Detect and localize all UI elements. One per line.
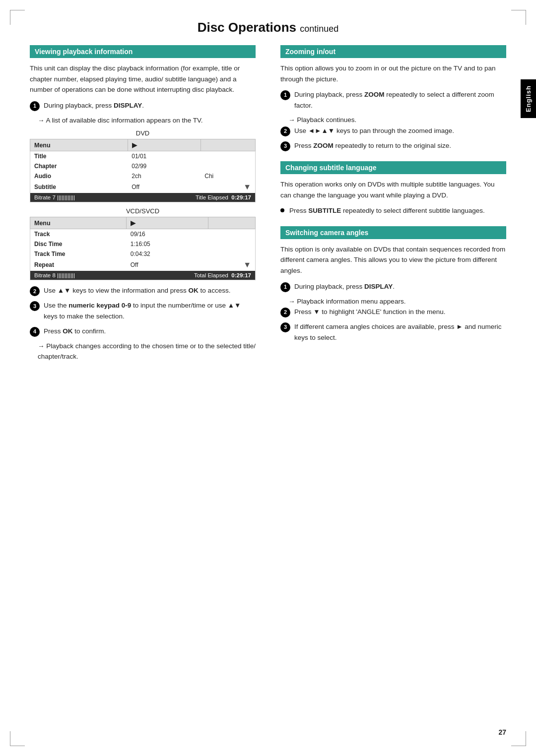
vcd-row2-col2: 1:16:05 [127,239,208,249]
vcd-row1-col3 [208,229,255,240]
dvd-row4-col1: Subtitle [30,181,128,193]
dvd-header-empty [201,139,255,151]
dvd-table: Menu ▶ Title 01/01 Chapter 02/99 Audio 2… [30,139,256,202]
viewing-step2: 2 Use ▲▼ keys to view the information an… [30,285,256,296]
section-zooming-header: Zooming in/out [280,45,506,58]
step-num-1: 1 [30,101,40,111]
vcd-bitrate-right: Total Elapsed 0:29:17 [127,271,256,280]
dvd-row2-col2: 02/99 [128,161,201,171]
vcd-row4-col2: Off [127,259,208,271]
zoom-step-num-2: 2 [280,126,290,136]
dvd-menu-col: Menu [30,139,128,151]
step-num-4: 4 [30,327,40,337]
dvd-row1-col3 [201,151,255,162]
zoom-step2: 2 Use ◄►▲▼ keys to pan through the zoome… [280,126,506,136]
dvd-bitrate-left: Bitrate 7 |||||||||||| [30,193,128,202]
camera-step1: 1 During playback, press DISPLAY. [280,281,506,292]
dvd-row4-col2: Off [128,181,201,193]
vcd-menu-col: Menu [30,217,127,229]
camera-step2-content: Press ▼ to highlight 'ANGLE' function in… [294,307,506,317]
camera-step1-content: During playback, press DISPLAY. [294,281,506,292]
dvd-row3-col3: Chi [201,171,255,181]
dvd-row2-col1: Chapter [30,161,128,171]
section-camera-header: Switching camera angles [280,226,506,239]
dvd-row2-col3 [201,161,255,171]
zoom-step-num-1: 1 [280,90,290,100]
step4-content: Press OK to confirm. [44,326,256,337]
vcd-header-arrow: ▶ [127,217,208,229]
vcd-row3-col1: Track Time [30,249,127,259]
language-tab: English [521,79,536,118]
camera-step-num-1: 1 [280,282,290,292]
page-title: Disc Operations continued [30,20,506,35]
dvd-row1-col1: Title [30,151,128,162]
vcd-row1-col1: Track [30,229,127,240]
subtitle-bullet-content: Press SUBTITLE repeatedly to select diff… [289,205,506,216]
zoom-step1-arrow: Playback continues. [288,115,506,126]
dvd-bitrate-right: Title Elapsed 0:29:17 [128,193,255,202]
camera-step3-content: If different camera angles choices are a… [294,321,506,343]
right-column: Zooming in/out This option allows you to… [275,45,506,362]
vcd-row2-col1: Disc Time [30,239,127,249]
dvd-header-arrow: ▶ [128,139,201,151]
zoom-step3-content: Press ZOOM repeatedly to return to the o… [294,140,506,151]
vcd-row3-col2: 0:04:32 [127,249,208,259]
step-num-3: 3 [30,301,40,311]
dvd-row4-scroll: ▼ [201,181,255,193]
vcd-row1-col2: 09/16 [127,229,208,240]
subtitle-bullet: Press SUBTITLE repeatedly to select diff… [280,205,506,216]
left-column: Viewing playback information This unit c… [30,45,261,362]
camera-step3: 3 If different camera angles choices are… [280,321,506,343]
vcd-row3-col3 [208,249,255,259]
step-num-2: 2 [30,286,40,296]
vcd-table: Menu ▶ Track 09/16 Disc Time 1:16:05 Tra… [30,217,256,280]
viewing-step3: 3 Use the numeric keypad 0-9 to input th… [30,300,256,321]
dvd-label: DVD [30,129,256,137]
step4-arrow: Playback changes according to the chosen… [38,341,256,362]
section-subtitle-header: Changing subtitle language [280,161,506,174]
dvd-row1-col2: 01/01 [128,151,201,162]
vcd-row2-col3 [208,239,255,249]
camera-step-num-3: 3 [280,322,290,332]
step1-arrow: A list of available disc information app… [38,115,256,126]
viewing-step1: 1 During playback, press DISPLAY. [30,100,256,111]
viewing-intro: This unit can display the disc playback … [30,63,256,95]
camera-step1-arrow: Playback information menu appears. [288,296,506,307]
vcd-row4-scroll: ▼ [208,259,255,271]
camera-intro: This option is only available on DVDs th… [280,244,506,276]
vcd-bitrate-left: Bitrate 8 |||||||||||| [30,271,127,280]
step2-content: Use ▲▼ keys to view the information and … [44,285,256,296]
zooming-intro: This option allows you to zoom in or out… [280,63,506,84]
vcd-row4-col1: Repeat [30,259,127,271]
zoom-step1-content: During playback, press ZOOM repeatedly t… [294,89,506,111]
subtitle-intro: This operation works only on DVDs with m… [280,179,506,200]
zoom-step3: 3 Press ZOOM repeatedly to return to the… [280,140,506,151]
zoom-step1: 1 During playback, press ZOOM repeatedly… [280,89,506,111]
dvd-row3-col2: 2ch [128,171,201,181]
dvd-row3-col1: Audio [30,171,128,181]
vcd-header-empty [208,217,255,229]
zoom-step-num-3: 3 [280,141,290,151]
camera-step2: 2 Press ▼ to highlight 'ANGLE' function … [280,307,506,317]
step3-content: Use the numeric keypad 0-9 to input the … [44,300,256,321]
camera-step-num-2: 2 [280,308,290,317]
vcd-label: VCD/SVCD [30,207,256,215]
step1-content: During playback, press DISPLAY. [44,100,256,111]
page-number: 27 [498,728,506,736]
zoom-step2-content: Use ◄►▲▼ keys to pan through the zoomed … [294,126,506,136]
section-viewing-header: Viewing playback information [30,45,256,58]
bullet-dot [280,208,284,212]
viewing-step4: 4 Press OK to confirm. [30,326,256,337]
